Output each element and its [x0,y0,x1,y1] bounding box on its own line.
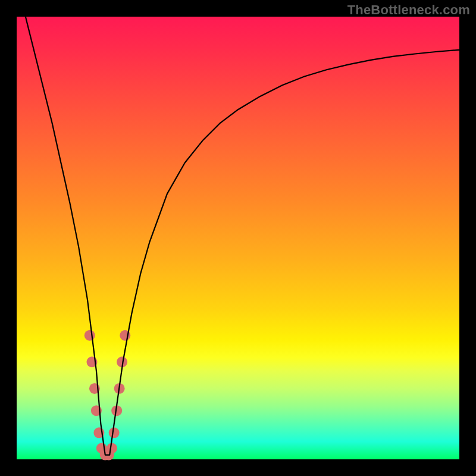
data-marker [109,427,120,438]
chart-frame: TheBottleneck.com [0,0,476,476]
markers-group [84,330,131,461]
data-marker [107,443,117,453]
data-marker [84,330,95,341]
watermark-text: TheBottleneck.com [347,2,470,18]
plot-area [17,17,459,459]
plot-svg [17,17,459,459]
